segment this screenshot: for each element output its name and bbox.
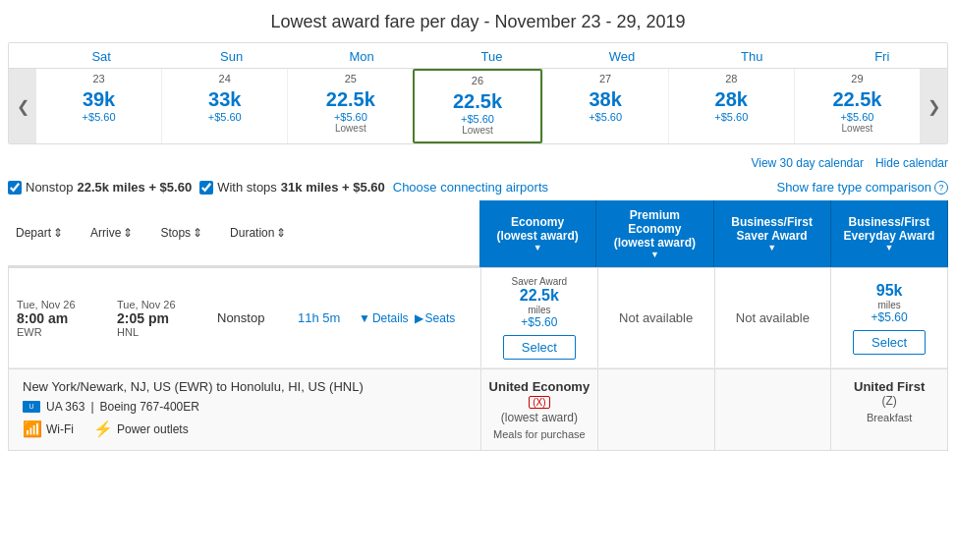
connecting-airports-link[interactable]: Choose connecting airports bbox=[393, 180, 548, 195]
details-button[interactable]: ▼ Details bbox=[359, 311, 409, 325]
arrive-sort[interactable]: Arrive ⇕ bbox=[90, 226, 133, 240]
calendar-day-num: 29 bbox=[797, 73, 918, 88]
with-stops-miles: 31k miles + $5.60 bbox=[281, 180, 385, 195]
detail-business-saver-cell bbox=[714, 369, 831, 450]
business-saver-not-available: Not available bbox=[736, 310, 810, 325]
calendar-day-28[interactable]: 28 28k +$5.60 bbox=[668, 69, 794, 143]
calendar-day-num: 24 bbox=[164, 73, 285, 88]
detail-economy-cell: United Economy (X) (lowest award) Meals … bbox=[480, 369, 597, 450]
business-saver-col-header[interactable]: Business/FirstSaver Award▼ bbox=[714, 200, 831, 267]
arrive-airport: HNL bbox=[117, 326, 205, 338]
calendar-day-24[interactable]: 24 33k +$5.60 bbox=[161, 69, 287, 143]
with-stops-label: With stops bbox=[217, 180, 277, 195]
detail-business-meals: Breakfast bbox=[867, 412, 912, 423]
calendar-day-header-sat: Sat bbox=[36, 43, 166, 68]
calendar-day-miles: 33k bbox=[164, 88, 285, 111]
calendar-day-header-fri: Fri bbox=[817, 43, 947, 68]
flight-number: U UA 363 | Boeing 767-400ER bbox=[23, 400, 467, 414]
flight-info: Tue, Nov 26 8:00 am EWR Tue, Nov 26 2:05… bbox=[9, 268, 480, 367]
depart-sort[interactable]: Depart ⇕ bbox=[16, 226, 63, 240]
business-saver-fare-cell: Not available bbox=[714, 268, 831, 367]
economy-miles-label: miles bbox=[528, 305, 550, 315]
duration-sort[interactable]: Duration ⇕ bbox=[230, 226, 286, 240]
hide-calendar-link[interactable]: Hide calendar bbox=[875, 156, 948, 170]
calendar-day-miles: 28k bbox=[671, 88, 792, 111]
calendar-day-27[interactable]: 27 38k +$5.60 bbox=[542, 69, 668, 143]
power-amenity: ⚡ Power outlets bbox=[93, 420, 189, 438]
calendar-day-num: 26 bbox=[417, 75, 537, 90]
calendar-day-fee: +$5.60 bbox=[38, 111, 159, 123]
economy-select-button[interactable]: Select bbox=[503, 335, 576, 360]
amenities: 📶 Wi-Fi ⚡ Power outlets bbox=[23, 420, 467, 438]
flight-duration: 11h 5m bbox=[298, 310, 347, 325]
calendar-day-miles: 38k bbox=[545, 88, 666, 111]
calendar-day-25[interactable]: 25 22.5k +$5.60 Lowest bbox=[287, 69, 413, 143]
detail-business-class: United First bbox=[854, 379, 925, 394]
depart-airport: EWR bbox=[17, 326, 105, 338]
flight-section: Tue, Nov 26 8:00 am EWR Tue, Nov 26 2:05… bbox=[8, 267, 948, 369]
calendar-day-23[interactable]: 23 39k +$5.60 bbox=[36, 69, 161, 143]
detail-row: New York/Newark, NJ, US (EWR) to Honolul… bbox=[9, 369, 947, 450]
stops-sort[interactable]: Stops ⇕ bbox=[160, 226, 202, 240]
arrive-date: Tue, Nov 26 bbox=[117, 299, 205, 310]
with-stops-filter: With stops 31k miles + $5.60 Choose conn… bbox=[199, 180, 548, 195]
detail-economy-class: United Economy bbox=[489, 379, 590, 394]
economy-award-type: Saver Award bbox=[512, 276, 568, 287]
calendar-day-header-wed: Wed bbox=[557, 43, 687, 68]
calendar-next-button[interactable]: ❯ bbox=[920, 69, 947, 143]
detail-fare-cells: United Economy (X) (lowest award) Meals … bbox=[480, 369, 947, 450]
with-stops-checkbox[interactable] bbox=[199, 181, 213, 195]
calendar-day-miles: 22.5k bbox=[417, 90, 537, 113]
nonstop-checkbox[interactable] bbox=[8, 181, 22, 195]
calendar-day-fee: +$5.60 bbox=[164, 111, 285, 123]
united-logo: U bbox=[23, 401, 40, 413]
nonstop-miles: 22.5k miles + $5.60 bbox=[77, 180, 192, 195]
economy-col-header[interactable]: Economy(lowest award)▼ bbox=[479, 200, 596, 267]
calendar-day-header-tue: Tue bbox=[426, 43, 556, 68]
depart-time: 8:00 am bbox=[17, 310, 105, 326]
economy-fee: +$5.60 bbox=[521, 315, 557, 329]
economy-fare-cell: Saver Award 22.5k miles +$5.60 Select bbox=[480, 268, 597, 367]
detail-business-code: (Z) bbox=[881, 394, 896, 408]
arrive-info: Tue, Nov 26 2:05 pm HNL bbox=[117, 299, 205, 338]
calendar-days: ❮ 23 39k +$5.60 24 33k +$5.60 25 22.5k +… bbox=[9, 69, 947, 143]
calendar-day-num: 28 bbox=[671, 73, 792, 88]
detail-economy-code-label: (lowest award) bbox=[501, 411, 578, 424]
page-title: Lowest award fare per day - November 23 … bbox=[0, 0, 956, 42]
nonstop-filter: Nonstop 22.5k miles + $5.60 bbox=[8, 180, 192, 195]
business-everyday-select-button[interactable]: Select bbox=[853, 330, 926, 355]
calendar-day-label: Lowest bbox=[290, 123, 411, 134]
calendar-header: SatSunMonTueWedThuFri bbox=[9, 43, 947, 69]
calendar-day-header-sun: Sun bbox=[166, 43, 296, 68]
detail-info: New York/Newark, NJ, US (EWR) to Honolul… bbox=[9, 369, 480, 450]
detail-business-everyday-cell: United First (Z) Breakfast bbox=[830, 369, 947, 450]
flight-stops: Nonstop bbox=[217, 310, 286, 325]
flight-actions: ▼ Details ▶ Seats bbox=[359, 311, 455, 325]
fare-comparison-link[interactable]: Show fare type comparison ? bbox=[776, 180, 948, 195]
calendar-prev-button[interactable]: ❮ bbox=[9, 69, 36, 143]
calendar-day-miles: 39k bbox=[38, 88, 159, 111]
calendar-day-fee: +$5.60 bbox=[797, 111, 918, 123]
detail-section: New York/Newark, NJ, US (EWR) to Honolul… bbox=[8, 369, 948, 451]
nonstop-label: Nonstop bbox=[26, 180, 73, 195]
business-everyday-miles-label: miles bbox=[877, 300, 900, 310]
premium-economy-not-available: Not available bbox=[619, 310, 693, 325]
calendar-day-29[interactable]: 29 22.5k +$5.60 Lowest bbox=[794, 69, 920, 143]
depart-date: Tue, Nov 26 bbox=[17, 299, 105, 310]
calendar-day-26[interactable]: 26 22.5k +$5.60 Lowest bbox=[413, 69, 541, 143]
calendar-day-num: 27 bbox=[545, 73, 666, 88]
view-30-day-link[interactable]: View 30 day calendar bbox=[751, 156, 864, 170]
premium-economy-col-header[interactable]: Premium Economy(lowest award)▼ bbox=[596, 200, 713, 267]
depart-info: Tue, Nov 26 8:00 am EWR bbox=[17, 299, 105, 338]
calendar-day-label: Lowest bbox=[797, 123, 918, 134]
calendar-day-fee: +$5.60 bbox=[671, 111, 792, 123]
seats-button[interactable]: ▶ Seats bbox=[415, 311, 456, 325]
calendar-day-num: 23 bbox=[38, 73, 159, 88]
calendar-day-num: 25 bbox=[290, 73, 411, 88]
calendar-day-header-mon: Mon bbox=[297, 43, 426, 68]
detail-economy-code: (X) bbox=[529, 396, 549, 409]
help-icon: ? bbox=[934, 181, 948, 195]
business-everyday-col-header[interactable]: Business/FirstEveryday Award▼ bbox=[831, 200, 948, 267]
calendar-day-fee: +$5.60 bbox=[417, 113, 537, 125]
calendar-section: SatSunMonTueWedThuFri ❮ 23 39k +$5.60 24… bbox=[8, 42, 948, 144]
